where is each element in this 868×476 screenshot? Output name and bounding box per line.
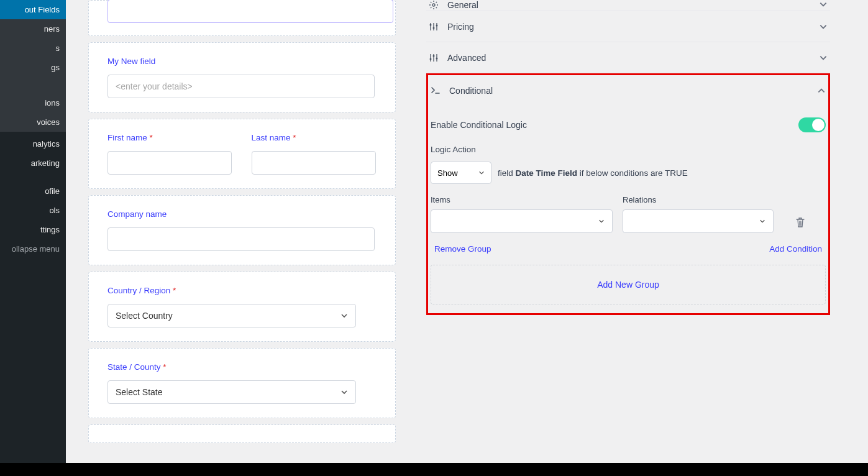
- chevron-down-icon: [340, 312, 348, 319]
- chevron-up-icon: [817, 86, 826, 95]
- relations-column-label: Relations: [623, 195, 774, 204]
- sliders-icon: [429, 22, 439, 32]
- accordion-pricing[interactable]: Pricing: [426, 11, 830, 42]
- main-area: My New field First name * Last name * Co…: [66, 0, 868, 463]
- delete-condition-button[interactable]: [795, 217, 806, 228]
- logic-sentence: field Date Time Field if below condition…: [498, 168, 688, 178]
- chevron-down-icon: [819, 53, 828, 62]
- chevron-down-icon: [819, 0, 828, 9]
- sidebar-item-0[interactable]: ners: [0, 19, 66, 39]
- accordion-label: Pricing: [447, 22, 474, 32]
- sidebar-item-checkout-fields[interactable]: out Fields: [0, 0, 66, 19]
- svg-point-4: [430, 58, 432, 60]
- country-label: Country / Region *: [107, 286, 377, 295]
- svg-point-1: [430, 24, 432, 25]
- form-card-top[interactable]: [88, 0, 396, 36]
- conditional-body: Enable Conditional Logic Logic Action Sh…: [428, 106, 828, 304]
- top-input[interactable]: [107, 0, 393, 23]
- first-name-input[interactable]: [107, 151, 232, 175]
- svg-point-0: [432, 4, 435, 6]
- settings-panel: General Pricing Advanced Con: [426, 0, 830, 463]
- accordion-general[interactable]: General: [426, 0, 830, 11]
- add-condition-button[interactable]: Add Condition: [769, 244, 822, 254]
- form-builder-panel: My New field First name * Last name * Co…: [88, 0, 396, 463]
- sidebar-item-marketing[interactable]: arketing: [0, 153, 66, 173]
- logic-action-select[interactable]: Show: [431, 162, 491, 184]
- accordion-label: Conditional: [449, 86, 493, 96]
- sidebar-item-3[interactable]: ions: [0, 93, 66, 112]
- chevron-down-icon: [340, 388, 348, 396]
- form-card-name[interactable]: First name * Last name *: [88, 119, 396, 189]
- svg-point-5: [433, 55, 435, 57]
- terminal-icon: [431, 86, 441, 96]
- svg-point-3: [436, 24, 438, 26]
- last-name-input[interactable]: [252, 151, 376, 175]
- sidebar-item-analytics[interactable]: nalytics: [0, 134, 66, 153]
- accordion-label: General: [447, 0, 478, 10]
- conditional-toggle[interactable]: [798, 117, 826, 132]
- accordion-conditional[interactable]: Conditional: [428, 75, 828, 106]
- logic-action-label: Logic Action: [431, 145, 826, 154]
- first-name-label: First name *: [107, 133, 233, 142]
- state-value: Select State: [116, 387, 163, 397]
- state-label: State / County *: [107, 362, 377, 372]
- sidebar-item-settings[interactable]: ttings: [0, 220, 66, 239]
- form-card-state[interactable]: State / County * Select State: [88, 348, 396, 418]
- admin-sidebar: out Fields ners s gs ions voices nalytic…: [0, 0, 66, 463]
- sidebar-item-4[interactable]: voices: [0, 112, 66, 132]
- relations-select[interactable]: [623, 209, 774, 233]
- form-card-country[interactable]: Country / Region * Select Country: [88, 272, 396, 342]
- my-new-field-label: My New field: [107, 57, 377, 66]
- company-label: Company name: [107, 209, 377, 219]
- my-new-field-input[interactable]: [107, 75, 375, 98]
- sliders-icon: [429, 53, 439, 63]
- accordion-advanced[interactable]: Advanced: [426, 42, 830, 73]
- gear-icon: [429, 0, 439, 10]
- company-input[interactable]: [107, 227, 375, 251]
- country-value: Select Country: [116, 311, 173, 321]
- state-select[interactable]: Select State: [107, 380, 356, 404]
- add-new-group-button[interactable]: Add New Group: [431, 265, 826, 304]
- sidebar-item-2[interactable]: gs: [0, 58, 66, 77]
- sidebar-item-profile[interactable]: ofile: [0, 181, 66, 201]
- items-select[interactable]: [431, 209, 613, 233]
- sidebar-item-1[interactable]: s: [0, 39, 66, 58]
- svg-point-2: [433, 27, 435, 29]
- svg-point-6: [436, 57, 438, 59]
- items-column-label: Items: [431, 195, 613, 204]
- sidebar-item-tools[interactable]: ols: [0, 201, 66, 220]
- form-card-my-field[interactable]: My New field: [88, 42, 396, 112]
- bottom-bar: [0, 463, 868, 476]
- country-select[interactable]: Select Country: [107, 304, 356, 327]
- chevron-down-icon: [819, 22, 828, 31]
- logic-action-value: Show: [437, 168, 458, 178]
- enable-conditional-label: Enable Conditional Logic: [431, 120, 527, 130]
- sidebar-item-collapse[interactable]: ollapse menu: [0, 239, 66, 259]
- remove-group-button[interactable]: Remove Group: [434, 244, 491, 254]
- form-card-company[interactable]: Company name: [88, 195, 396, 265]
- form-card-next[interactable]: [88, 424, 396, 443]
- last-name-label: Last name *: [252, 133, 377, 142]
- accordion-label: Advanced: [447, 53, 486, 63]
- conditional-highlight: Conditional Enable Conditional Logic Log…: [426, 73, 830, 315]
